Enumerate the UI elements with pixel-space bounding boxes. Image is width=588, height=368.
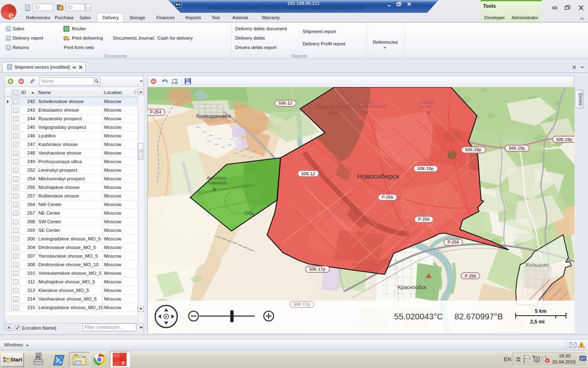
svg-text:Р-256: Р-256 [448,240,459,245]
svg-text:50К-19р: 50К-19р [556,137,572,142]
svg-text:✈: ✈ [212,186,217,193]
svg-text:Аэропорт: Аэропорт [359,100,374,104]
svg-text:Ельцовка: Ельцовка [419,104,434,108]
svg-text:Р-256: Р-256 [465,274,476,278]
svg-text:B: B [175,81,178,85]
svg-text:82.670997°В: 82.670997°В [454,312,503,321]
svg-text:50К-12: 50К-12 [301,171,315,176]
svg-text:Р-254: Р-254 [150,110,161,114]
svg-text:бор: бор [329,110,339,116]
svg-text:Заельцовский: Заельцовский [314,103,350,110]
svg-text:Р-256: Р-256 [382,195,393,200]
svg-text:Криводановка: Криводановка [196,113,231,119]
svg-text:50К-19р: 50К-19р [509,146,525,150]
svg-text:50К-17р: 50К-17р [309,267,325,272]
svg-text:Новосибирск: Новосибирск [357,173,399,180]
svg-text:50К-19р: 50К-19р [465,147,481,152]
svg-text:Краснообск: Краснообск [398,284,426,290]
svg-text:50К-19р: 50К-19р [417,166,434,171]
svg-text:✈: ✈ [427,110,431,115]
svg-text:Аэродром: Аэродром [418,100,434,104]
svg-text:Р-256: Р-256 [418,217,430,222]
svg-text:55.020043°С: 55.020043°С [394,312,443,321]
svg-text:Новосибирск-Северный: Новосибирск-Северный [347,104,386,108]
svg-text:2,5 mi: 2,5 mi [530,319,544,325]
svg-text:✈: ✈ [365,110,369,115]
svg-text:5 km: 5 km [535,308,547,314]
svg-text:Кольцово: Кольцово [526,262,549,268]
svg-text:A: A [172,81,174,85]
svg-text:Обь: Обь [244,210,254,216]
svg-text:Толмачёво: Толмачёво [207,181,227,185]
svg-text:50К-12: 50К-12 [278,101,292,105]
